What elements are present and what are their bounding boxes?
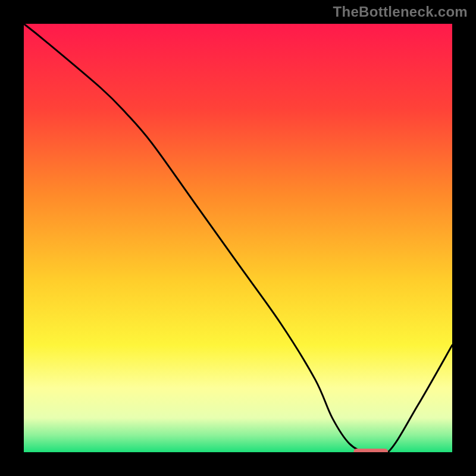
plot-area	[24, 24, 452, 452]
optimal-range-marker	[353, 449, 388, 452]
chart-frame: TheBottleneck.com	[0, 0, 476, 476]
gradient-background	[24, 24, 452, 452]
watermark-text: TheBottleneck.com	[333, 4, 468, 20]
chart-svg	[24, 24, 452, 452]
